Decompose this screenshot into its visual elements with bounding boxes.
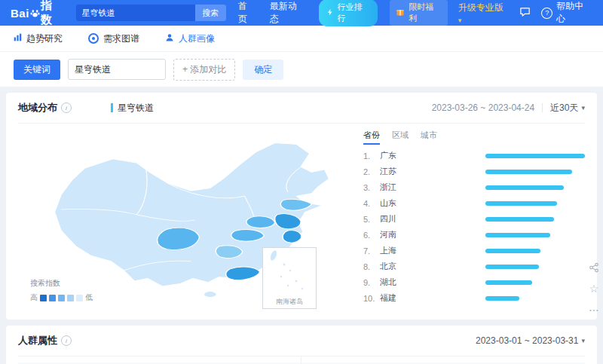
star-icon[interactable]: ☆ bbox=[587, 282, 601, 295]
region-ranking-list: 1. 广东 2. 江苏 3. 浙江 4. 山东 5. 四川 6. 河南 bbox=[363, 148, 585, 306]
rank-bar-track bbox=[485, 154, 585, 158]
age-distribution-column: 年龄分布 星穹铁道 全网分布 TGI bbox=[18, 356, 302, 364]
geo-tab-province[interactable]: 省份 bbox=[363, 130, 380, 145]
rank-number: 9. bbox=[363, 278, 380, 287]
rank-bar-track bbox=[485, 265, 585, 269]
region-rank-row[interactable]: 5. 四川 bbox=[363, 211, 585, 227]
header-search-input[interactable] bbox=[76, 5, 195, 21]
keyword-input[interactable] bbox=[68, 59, 166, 80]
chevron-down-icon: ▾ bbox=[581, 337, 585, 344]
nav-latest-news[interactable]: 最新动态 bbox=[270, 0, 306, 26]
help-center[interactable]: ? 帮助中心 bbox=[541, 0, 592, 26]
rank-number: 1. bbox=[363, 151, 380, 161]
geo-tab-region[interactable]: 区域 bbox=[392, 130, 409, 143]
tab-trend-research-label: 趋势研究 bbox=[26, 32, 63, 45]
top-bar: Bai 指数 搜索 首页 最新动态 行业排行 bbox=[0, 0, 603, 26]
geo-tabs: 省份 区域 城市 bbox=[363, 130, 585, 148]
audience-panel-header: 人群属性 i 2023-03-01 ~ 2023-03-31 ▾ bbox=[18, 326, 585, 356]
region-rank-row[interactable]: 10. 福建 bbox=[363, 290, 585, 306]
nav-industry-ranking[interactable]: 行业排行 bbox=[319, 0, 378, 26]
share-icon[interactable] bbox=[587, 261, 601, 274]
audience-date-dropdown[interactable]: 2023-03-01 ~ 2023-03-31 ▾ bbox=[476, 335, 585, 346]
rank-number: 4. bbox=[363, 199, 380, 208]
audience-panel-controls: 2023-03-01 ~ 2023-03-31 ▾ bbox=[476, 335, 585, 346]
region-date-range: 2023-03-26 ~ 2023-04-24 bbox=[432, 102, 534, 113]
legend-swatch bbox=[58, 295, 65, 301]
info-icon[interactable]: i bbox=[61, 335, 72, 346]
region-rank-row[interactable]: 8. 北京 bbox=[363, 258, 585, 274]
limited-time-benefits-label: 限时福利 bbox=[409, 2, 442, 24]
series-label: 星穹铁道 bbox=[118, 102, 154, 115]
legend-swatch bbox=[40, 295, 47, 301]
region-panel-body: 搜索指数 高 低 南海诸岛 bbox=[18, 124, 585, 320]
tab-trend-research[interactable]: 趋势研究 bbox=[14, 32, 63, 45]
region-rank-row[interactable]: 6. 河南 bbox=[363, 227, 585, 243]
rank-number: 3. bbox=[363, 183, 380, 192]
rank-bar bbox=[485, 185, 564, 190]
legend-swatches bbox=[40, 295, 83, 301]
baidu-index-page: Bai 指数 搜索 首页 最新动态 行业排行 bbox=[0, 0, 603, 364]
legend-high-label: 高 bbox=[30, 292, 38, 303]
rank-bar bbox=[485, 265, 539, 269]
range-select-value: 近30天 bbox=[550, 102, 578, 115]
rank-name: 山东 bbox=[380, 197, 419, 209]
keyword-query-bar: 关键词 + 添加对比 确定 bbox=[0, 52, 603, 87]
region-distribution-panel: 地域分布 i 星穹铁道 2023-03-26 ~ 2023-04-24 近30天… bbox=[6, 93, 597, 320]
logo-text-suffix: 指数 bbox=[41, 0, 64, 27]
rank-bar-track bbox=[485, 185, 585, 190]
audience-panel-title: 人群属性 bbox=[18, 334, 57, 347]
message-icon[interactable] bbox=[519, 6, 531, 20]
region-rank-row[interactable]: 2. 江苏 bbox=[363, 164, 585, 179]
module-nav: 趋势研究 需求图谱 人群画像 bbox=[0, 26, 603, 52]
header-search-button[interactable]: 搜索 bbox=[195, 5, 226, 21]
region-rank-row[interactable]: 7. 上海 bbox=[363, 243, 585, 258]
region-rank-row[interactable]: 3. 浙江 bbox=[363, 179, 585, 195]
nav-home[interactable]: 首页 bbox=[238, 0, 256, 26]
radio-selected-icon bbox=[88, 33, 99, 44]
geo-tab-city[interactable]: 城市 bbox=[421, 130, 437, 143]
upgrade-pro-button[interactable]: 升级专业版 ▾ bbox=[458, 2, 510, 25]
keyword-button[interactable]: 关键词 bbox=[14, 60, 60, 80]
limited-time-benefits[interactable]: 限时福利 bbox=[390, 0, 448, 26]
region-rank-row[interactable]: 1. 广东 bbox=[363, 148, 585, 164]
gender-distribution-column: 性别分布 星穹铁道 全网分布 TGI bbox=[302, 356, 585, 364]
rank-number: 6. bbox=[363, 231, 380, 240]
rank-name: 四川 bbox=[380, 213, 419, 225]
range-select-dropdown[interactable]: 近30天 ▾ bbox=[550, 102, 585, 115]
baidu-index-logo[interactable]: Bai 指数 bbox=[11, 0, 64, 27]
add-compare-button[interactable]: + 添加对比 bbox=[173, 59, 235, 81]
audience-date-range: 2023-03-01 ~ 2023-03-31 bbox=[476, 335, 578, 346]
help-icon: ? bbox=[541, 8, 552, 19]
legend-swatch bbox=[67, 295, 74, 301]
region-rank-row[interactable]: 9. 湖北 bbox=[363, 274, 585, 290]
legend-swatch bbox=[49, 295, 56, 301]
rank-name: 江苏 bbox=[380, 166, 419, 177]
rank-name: 福建 bbox=[380, 292, 419, 304]
chevron-down-icon: ▾ bbox=[581, 104, 585, 112]
rank-bar-track bbox=[485, 170, 585, 174]
legend-swatch bbox=[76, 295, 83, 301]
chevron-down-icon: ▾ bbox=[458, 17, 462, 24]
region-ranking: 省份 区域 城市 1. 广东 2. 江苏 3. 浙江 4. 山东 bbox=[359, 128, 585, 314]
rank-bar bbox=[485, 280, 532, 285]
info-icon[interactable]: i bbox=[61, 102, 72, 113]
floating-toolbar: ☆ ⋯ bbox=[587, 261, 601, 317]
confirm-button[interactable]: 确定 bbox=[243, 60, 283, 80]
header-search-box: 搜索 bbox=[76, 5, 226, 21]
rank-bar bbox=[485, 233, 550, 237]
rank-bar bbox=[485, 201, 557, 206]
logo-text-prefix: Bai bbox=[11, 7, 29, 20]
rank-name: 浙江 bbox=[380, 182, 419, 193]
region-rank-row[interactable]: 4. 山东 bbox=[363, 195, 585, 211]
lightning-icon bbox=[326, 8, 334, 17]
more-icon[interactable]: ⋯ bbox=[587, 303, 601, 317]
tab-demand-graph[interactable]: 需求图谱 bbox=[88, 32, 139, 45]
rank-bar-track bbox=[485, 249, 585, 253]
rank-number: 5. bbox=[363, 215, 380, 224]
rank-bar-track bbox=[485, 201, 585, 206]
china-map[interactable]: 搜索指数 高 低 南海诸岛 bbox=[18, 128, 359, 314]
person-icon bbox=[165, 33, 174, 44]
region-panel-controls: 2023-03-26 ~ 2023-04-24 近30天 ▾ bbox=[432, 102, 585, 115]
tab-audience-profile[interactable]: 人群画像 bbox=[165, 32, 215, 45]
rank-number: 10. bbox=[363, 294, 380, 303]
